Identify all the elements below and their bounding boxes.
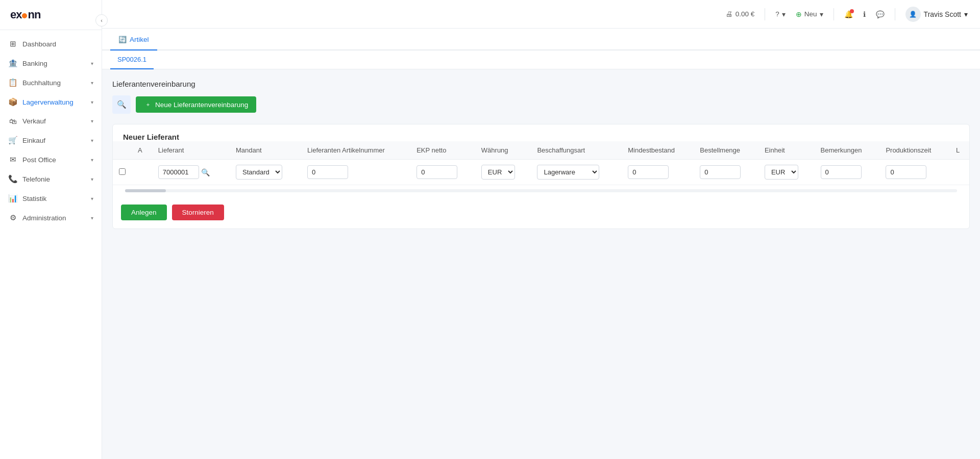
- row-checkbox[interactable]: [119, 168, 126, 175]
- row-bemerkungen-cell: [815, 160, 880, 185]
- scrollbar-thumb: [125, 189, 166, 192]
- help-menu[interactable]: ? ▾: [775, 10, 786, 18]
- statistik-icon: 📊: [8, 194, 17, 203]
- chevron-down-icon: ▾: [820, 10, 823, 18]
- notification-badge: [850, 9, 854, 13]
- row-mindestbestand-cell: [622, 160, 694, 185]
- sidebar-item-post-office[interactable]: ✉ Post Office ▾: [0, 150, 102, 169]
- sidebar-item-administration[interactable]: ⚙ Administration ▾: [0, 208, 102, 227]
- produktionszeit-input[interactable]: [886, 165, 926, 179]
- sidebar-item-label: Einkauf: [22, 137, 86, 144]
- messages-button[interactable]: 💬: [876, 10, 885, 18]
- col-header-lieferanten-artikelnummer: Lieferanten Artikelnummer: [301, 141, 410, 160]
- row-beschaffungsart-cell: Lagerware Direktlieferung: [531, 160, 622, 185]
- col-header-a: A: [132, 141, 152, 160]
- page-body: Lieferantenvereinbarung 🔍 + Neue Liefera…: [102, 69, 980, 239]
- chevron-down-icon: ▾: [91, 176, 93, 182]
- chevron-down-icon: ▾: [91, 80, 93, 86]
- sidebar-item-lagerverwaltung[interactable]: 📦 Lagerverwaltung ▾: [0, 92, 102, 112]
- buchhaltung-icon: 📋: [8, 78, 17, 87]
- row-checkbox-cell: [113, 160, 132, 185]
- table-header-row: A Lieferant Mandant Lieferanten Artikeln…: [113, 141, 969, 160]
- chevron-down-icon: ▾: [91, 196, 93, 201]
- col-header-mandant: Mandant: [230, 141, 301, 160]
- info-button[interactable]: ℹ: [863, 10, 866, 18]
- sidebar-item-label: Administration: [22, 214, 86, 222]
- stornieren-button[interactable]: Stornieren: [172, 205, 224, 220]
- balance-display: 🖨 0.00 €: [726, 10, 755, 18]
- row-ekp-netto-cell: [410, 160, 475, 185]
- col-header-mindestbestand: Mindestbestand: [622, 141, 694, 160]
- topbar-divider: [765, 8, 765, 20]
- beschaffungsart-select[interactable]: Lagerware Direktlieferung: [537, 165, 599, 180]
- anlegen-button[interactable]: Anlegen: [121, 205, 167, 220]
- lieferant-table-wrapper: A Lieferant Mandant Lieferanten Artikeln…: [113, 141, 969, 196]
- sidebar-item-label: Post Office: [22, 156, 86, 164]
- action-row: Anlegen Stornieren: [113, 196, 969, 228]
- search-icon: 🔍: [117, 100, 127, 109]
- chevron-down-icon: ▾: [91, 157, 93, 163]
- chevron-down-icon: ▾: [964, 10, 968, 18]
- lieferant-input[interactable]: [158, 165, 199, 179]
- sub-tab-sp0026[interactable]: SP0026.1: [110, 50, 154, 69]
- neue-lieferantenvereinbarung-button[interactable]: + Neue Lieferantenvereinbarung: [136, 96, 256, 113]
- plus-icon: ⊕: [796, 10, 802, 18]
- avatar: 👤: [905, 7, 921, 22]
- col-header-lieferant: Lieferant: [152, 141, 230, 160]
- einheit-select[interactable]: EUR Stk kg: [765, 165, 798, 180]
- sidebar-item-label: Statistik: [22, 195, 86, 202]
- row-lieferant-cell: 🔍: [152, 160, 230, 185]
- sidebar-item-label: Telefonie: [22, 175, 86, 183]
- topbar-divider: [834, 8, 834, 20]
- sidebar-toggle-button[interactable]: ‹: [95, 14, 108, 27]
- artikelnummer-input[interactable]: [307, 165, 348, 179]
- sidebar-item-statistik[interactable]: 📊 Statistik ▾: [0, 189, 102, 208]
- bemerkungen-input[interactable]: [821, 165, 862, 179]
- col-header-produktionszeit: Produktionszeit: [879, 141, 950, 160]
- sidebar-item-telefonie[interactable]: 📞 Telefonie ▾: [0, 169, 102, 189]
- sidebar-item-banking[interactable]: 🏦 Banking ▾: [0, 54, 102, 73]
- einkauf-icon: 🛒: [8, 136, 17, 145]
- neuer-lieferant-card: Neuer Lieferant A Lieferant Mandant Lief…: [112, 124, 970, 229]
- tab-artikel[interactable]: 🔄 Artikel: [110, 29, 157, 50]
- wallet-icon: 🖨: [726, 10, 733, 18]
- sidebar-item-verkauf[interactable]: 🛍 Verkauf ▾: [0, 112, 102, 131]
- mindestbestand-input[interactable]: [628, 165, 669, 179]
- notifications-button[interactable]: 🔔: [844, 10, 853, 18]
- tab-bar: 🔄 Artikel: [102, 29, 980, 50]
- dashboard-icon: ⊞: [8, 39, 17, 48]
- search-button[interactable]: 🔍: [112, 95, 131, 114]
- ekp-netto-input[interactable]: [416, 165, 457, 179]
- chevron-down-icon: ▾: [782, 10, 786, 18]
- lieferant-table: A Lieferant Mandant Lieferanten Artikeln…: [113, 141, 969, 185]
- col-header-bemerkungen: Bemerkungen: [815, 141, 880, 160]
- row-bestellmenge-cell: [694, 160, 758, 185]
- new-button-label: Neue Lieferantenvereinbarung: [155, 101, 248, 109]
- sidebar-item-label: Banking: [22, 60, 86, 67]
- message-icon: 💬: [876, 10, 885, 18]
- sidebar-item-label: Dashboard: [22, 40, 93, 48]
- col-header-beschaffungsart: Beschaffungsart: [531, 141, 622, 160]
- user-menu[interactable]: 👤 Travis Scott ▾: [905, 7, 968, 22]
- info-icon: ℹ: [863, 10, 866, 18]
- new-menu[interactable]: ⊕ Neu ▾: [796, 10, 823, 18]
- chevron-down-icon: ▾: [91, 118, 93, 124]
- bestellmenge-input[interactable]: [700, 165, 741, 179]
- wahrung-select[interactable]: EUR USD GBP: [481, 165, 515, 180]
- topbar: 🖨 0.00 € ? ▾ ⊕ Neu ▾ 🔔 ℹ 💬 👤 Travis Scot…: [102, 0, 980, 29]
- col-header-wahrung: Währung: [475, 141, 531, 160]
- mandant-select[interactable]: Standard Option1 Option2: [236, 165, 282, 180]
- sidebar-item-einkauf[interactable]: 🛒 Einkauf ▾: [0, 131, 102, 150]
- card-title: Neuer Lieferant: [113, 124, 969, 141]
- sidebar-item-label: Verkauf: [22, 117, 86, 125]
- lieferant-search-button[interactable]: 🔍: [201, 168, 210, 176]
- user-name: Travis Scott: [924, 10, 961, 18]
- col-header-einheit: Einheit: [758, 141, 815, 160]
- sidebar-item-dashboard[interactable]: ⊞ Dashboard: [0, 34, 102, 54]
- row-a-cell: [132, 160, 152, 185]
- sidebar-item-buchhaltung[interactable]: 📋 Buchhaltung ▾: [0, 73, 102, 92]
- row-wahrung-cell: EUR USD GBP: [475, 160, 531, 185]
- horizontal-scrollbar[interactable]: [125, 189, 957, 192]
- chevron-down-icon: ▾: [91, 99, 93, 105]
- new-label: Neu: [804, 10, 817, 18]
